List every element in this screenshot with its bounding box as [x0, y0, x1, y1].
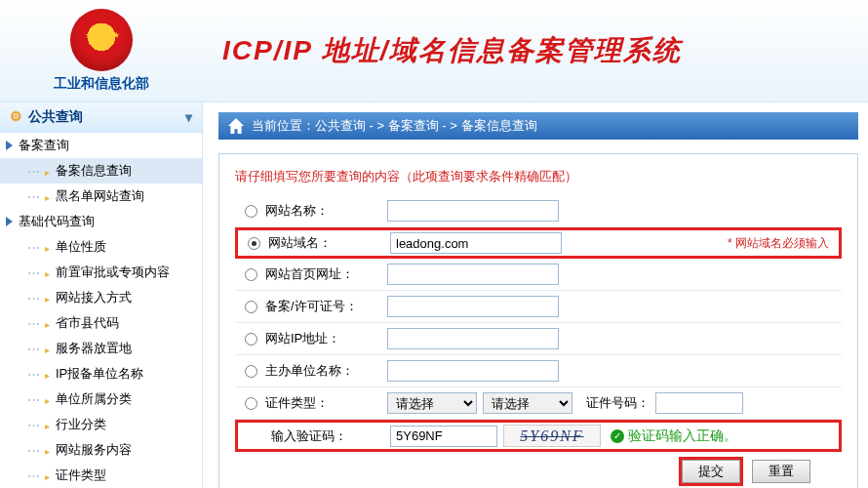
- select-cert-type-2[interactable]: 请选择: [483, 392, 572, 414]
- tree-line-icon: [27, 316, 45, 331]
- label-license-no: 备案/许可证号：: [265, 298, 358, 315]
- bullet-icon: [45, 240, 56, 255]
- submit-button[interactable]: 提交: [682, 460, 740, 483]
- row-site-domain: 网站域名： * 网站域名必须输入: [235, 227, 842, 259]
- label-cert-no: 证件号码：: [586, 394, 650, 412]
- radio-site-home[interactable]: [245, 268, 257, 281]
- input-site-home[interactable]: [387, 264, 559, 285]
- input-cert-no[interactable]: [655, 392, 743, 414]
- form-hint: 请仔细填写您所要查询的内容（此项查询要求条件精确匹配）: [235, 168, 842, 185]
- sidebar-category-header[interactable]: 公共查询: [0, 102, 202, 133]
- bullet-icon: [45, 418, 56, 432]
- arrow-icon: [6, 217, 13, 226]
- radio-site-name[interactable]: [245, 205, 257, 218]
- input-site-domain[interactable]: [390, 232, 562, 254]
- row-cert-type: 证件类型： 请选择 请选择 证件号码：: [235, 387, 842, 420]
- label-site-name: 网站名称：: [265, 202, 329, 220]
- label-site-ip: 网站IP地址：: [265, 330, 340, 347]
- sidebar-item-label: 网站接入方式: [56, 289, 132, 306]
- radio-cert-type[interactable]: [245, 397, 257, 410]
- sidebar-item-1-8[interactable]: 网站服务内容: [0, 437, 202, 463]
- sidebar-item-0-0[interactable]: 备案信息查询: [0, 158, 202, 183]
- header: 工业和信息化部 ICP/IP 地址/域名信息备案管理系统: [0, 0, 868, 102]
- reset-button[interactable]: 重置: [752, 460, 810, 483]
- sidebar-item-label: 省市县代码: [56, 314, 119, 332]
- sidebar-item-1-1[interactable]: 前置审批或专项内容: [0, 260, 202, 285]
- sidebar-category-label: 公共查询: [28, 108, 83, 124]
- sidebar-item-label: 黑名单网站查询: [56, 187, 144, 205]
- tree-line-icon: [27, 342, 45, 356]
- tree-line-icon: [27, 240, 45, 255]
- sidebar-item-1-0[interactable]: 单位性质: [0, 234, 202, 260]
- tree-line-icon: [27, 418, 45, 432]
- sidebar-item-label: 证件类型: [56, 467, 106, 484]
- tree-line-icon: [27, 189, 45, 204]
- tree-line-icon: [27, 392, 45, 407]
- national-emblem-icon: [70, 9, 133, 71]
- sidebar-item-label: 前置审批或专项内容: [56, 264, 170, 281]
- label-site-domain: 网站域名：: [268, 234, 332, 252]
- sidebar-item-1-2[interactable]: 网站接入方式: [0, 285, 202, 310]
- tree-line-icon: [27, 443, 45, 458]
- sidebar-item-1-9[interactable]: 证件类型: [0, 463, 202, 488]
- logo-block: 工业和信息化部: [0, 9, 203, 93]
- sidebar-group-label: 备案查询: [19, 137, 69, 154]
- select-cert-type-1[interactable]: 请选择: [387, 392, 477, 414]
- sidebar-item-1-5[interactable]: IP报备单位名称: [0, 361, 202, 386]
- sidebar-item-label: 备案信息查询: [56, 162, 132, 180]
- main: 当前位置：公共查询 - > 备案查询 - > 备案信息查询 请仔细填写您所要查询…: [203, 102, 868, 488]
- bullet-icon: [45, 316, 56, 331]
- required-note: * 网站域名必须输入: [728, 235, 829, 252]
- sidebar-item-1-3[interactable]: 省市县代码: [0, 310, 202, 336]
- breadcrumb: 当前位置：公共查询 - > 备案查询 - > 备案信息查询: [218, 112, 858, 140]
- row-captcha: 输入验证码： 5Y69NF 验证码输入正确。: [235, 420, 842, 452]
- input-sponsor[interactable]: [387, 360, 559, 382]
- query-panel: 请仔细填写您所要查询的内容（此项查询要求条件精确匹配） 网站名称： 网站域名： …: [218, 153, 858, 488]
- label-cert-type: 证件类型：: [265, 394, 329, 412]
- label-captcha: 输入验证码：: [271, 427, 347, 445]
- chevron-down-icon: [185, 109, 192, 125]
- sidebar-item-1-7[interactable]: 行业分类: [0, 412, 202, 437]
- tree-line-icon: [27, 265, 45, 280]
- bullet-icon: [45, 291, 56, 305]
- input-site-name[interactable]: [387, 200, 559, 222]
- sidebar-item-1-4[interactable]: 服务器放置地: [0, 336, 202, 361]
- captcha-valid-text: 验证码输入正确。: [611, 427, 737, 445]
- sidebar-item-label: 行业分类: [56, 416, 106, 433]
- actions: 提交 重置: [235, 452, 842, 483]
- radio-site-ip[interactable]: [245, 333, 257, 346]
- sidebar-item-label: 单位性质: [56, 238, 106, 256]
- tree-line-icon: [27, 367, 45, 382]
- sidebar-group-label: 基础代码查询: [19, 213, 95, 230]
- sidebar-item-1-6[interactable]: 单位所属分类: [0, 386, 202, 412]
- sidebar-item-label: 服务器放置地: [56, 340, 132, 357]
- row-site-home: 网站首页网址：: [235, 259, 842, 291]
- sidebar-item-0-1[interactable]: 黑名单网站查询: [0, 183, 202, 209]
- captcha-image[interactable]: 5Y69NF: [503, 425, 601, 447]
- input-site-ip[interactable]: [387, 328, 559, 349]
- radio-site-domain[interactable]: [248, 237, 260, 250]
- org-name: 工业和信息化部: [0, 75, 203, 93]
- row-site-ip: 网站IP地址：: [235, 323, 842, 355]
- bullet-icon: [45, 164, 56, 179]
- row-sponsor: 主办单位名称：: [235, 355, 842, 387]
- home-icon: [228, 118, 244, 134]
- radio-sponsor[interactable]: [245, 365, 257, 378]
- sidebar-group-0[interactable]: 备案查询: [0, 133, 202, 158]
- sidebar-item-label: 网站服务内容: [56, 441, 132, 459]
- breadcrumb-text: 当前位置：公共查询 - > 备案查询 - > 备案信息查询: [252, 117, 537, 135]
- app-title: ICP/IP 地址/域名信息备案管理系统: [203, 32, 682, 69]
- input-captcha[interactable]: [390, 426, 497, 447]
- input-license-no[interactable]: [387, 296, 559, 317]
- sidebar-group-1[interactable]: 基础代码查询: [0, 209, 202, 234]
- sidebar-item-label: IP报备单位名称: [56, 365, 143, 383]
- bullet-icon: [45, 367, 56, 382]
- tree-line-icon: [27, 468, 45, 483]
- bullet-icon: [45, 392, 56, 407]
- bullet-icon: [45, 468, 56, 483]
- bullet-icon: [45, 342, 56, 356]
- gear-icon: [10, 108, 28, 124]
- label-site-home: 网站首页网址：: [265, 265, 354, 283]
- radio-license-no[interactable]: [245, 301, 257, 313]
- tree-line-icon: [27, 164, 45, 179]
